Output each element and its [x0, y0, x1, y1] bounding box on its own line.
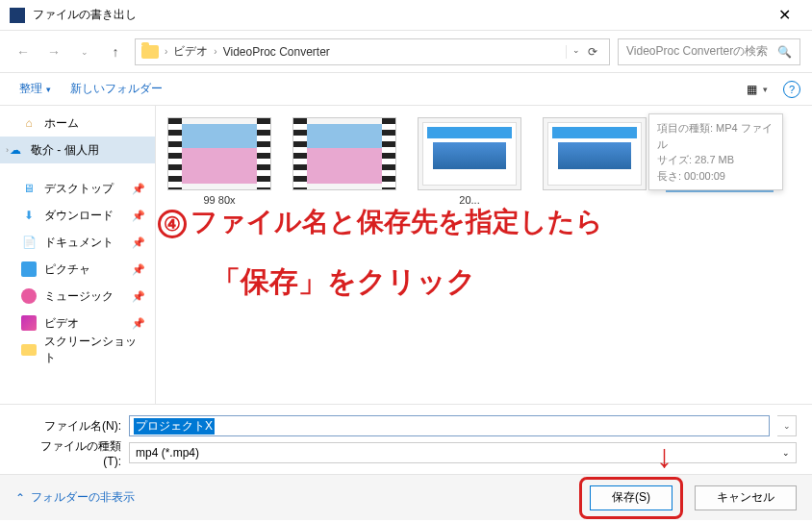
- filename-input[interactable]: プロジェクトX: [129, 415, 770, 436]
- sidebar-item-screenshots[interactable]: スクリーンショット: [0, 336, 155, 363]
- file-thumbnail[interactable]: [541, 117, 648, 206]
- close-icon[interactable]: ✕: [767, 2, 802, 28]
- cloud-icon: ☁: [8, 142, 23, 158]
- back-button[interactable]: ←: [12, 40, 35, 63]
- help-icon[interactable]: ?: [783, 81, 800, 98]
- footer: ⌃ フォルダーの非表示 保存(S) キャンセル: [0, 474, 812, 520]
- address-bar[interactable]: › ビデオ › VideoProc Converter ⌄ ⟳: [135, 38, 610, 65]
- document-icon: 📄: [21, 235, 37, 250]
- app-icon: [10, 8, 25, 23]
- sidebar: ⌂ ホーム › ☁ 敬介 - 個人用 🖥 デスクトップ 📌 ⬇ ダウンロード 📌…: [0, 106, 156, 404]
- music-icon: [21, 288, 37, 304]
- navbar: ← → ⌄ ↑ › ビデオ › VideoProc Converter ⌄ ⟳ …: [0, 31, 812, 73]
- filename-label: ファイル名(N):: [38, 418, 121, 435]
- chevron-right-icon: ›: [214, 46, 216, 57]
- files-area[interactable]: 99 80x 20... 項目の種類: MP4 ファイル サイズ: 28.7 M…: [156, 106, 812, 404]
- view-mode-button[interactable]: ▦: [744, 82, 759, 97]
- recent-dropdown[interactable]: ⌄: [73, 40, 96, 63]
- filetype-select[interactable]: mp4 (*.mp4) ⌄: [129, 442, 797, 463]
- sidebar-item-videos[interactable]: ビデオ 📌: [0, 310, 155, 336]
- folder-icon: [21, 344, 37, 356]
- path-segment[interactable]: ビデオ: [173, 43, 208, 60]
- dropdown-icon[interactable]: ⌄: [572, 45, 580, 59]
- toolbar: 整理 ▾ 新しいフォルダー ▦ ▾ ?: [0, 73, 812, 106]
- file-thumbnail[interactable]: 20...: [416, 117, 523, 206]
- picture-icon: [21, 261, 37, 277]
- annotation-arrow: ↓: [656, 437, 672, 475]
- chevron-down-icon: ⌄: [782, 448, 790, 458]
- sidebar-item-documents[interactable]: 📄 ドキュメント 📌: [0, 229, 155, 256]
- fields-area: ファイル名(N): プロジェクトX ⌄ ファイルの種類(T): mp4 (*.m…: [0, 404, 812, 474]
- thumbnail-image: [418, 117, 521, 190]
- path-segment[interactable]: VideoProc Converter: [223, 45, 330, 59]
- organize-button[interactable]: 整理 ▾: [12, 77, 59, 101]
- filetype-label: ファイルの種類(T):: [38, 438, 121, 468]
- pin-icon: 📌: [132, 210, 145, 222]
- pin-icon: 📌: [132, 317, 145, 330]
- chevron-right-icon: ›: [165, 46, 167, 57]
- thumbnail-image: [543, 117, 647, 190]
- cancel-button[interactable]: キャンセル: [695, 485, 797, 510]
- new-folder-button[interactable]: 新しいフォルダー: [63, 77, 170, 101]
- sidebar-item-personal[interactable]: › ☁ 敬介 - 個人用: [0, 137, 155, 163]
- titlebar: ファイルの書き出し ✕: [0, 0, 812, 31]
- filename-dropdown[interactable]: ⌄: [777, 415, 797, 436]
- sidebar-item-home[interactable]: ⌂ ホーム: [0, 110, 155, 137]
- save-button[interactable]: 保存(S): [590, 485, 672, 510]
- refresh-icon[interactable]: ⟳: [588, 45, 597, 59]
- search-icon: 🔍: [777, 45, 792, 59]
- folder-icon: [141, 45, 159, 59]
- window-title: ファイルの書き出し: [33, 7, 767, 23]
- save-button-highlight: 保存(S): [579, 477, 683, 519]
- desktop-icon: 🖥: [21, 181, 37, 196]
- thumbnail-image: [167, 117, 271, 190]
- forward-button[interactable]: →: [42, 40, 65, 63]
- up-button[interactable]: ↑: [104, 40, 127, 63]
- pin-icon: 📌: [132, 236, 145, 249]
- sidebar-item-desktop[interactable]: 🖥 デスクトップ 📌: [0, 175, 155, 202]
- chevron-right-icon[interactable]: ›: [6, 145, 9, 155]
- home-icon: ⌂: [21, 115, 37, 131]
- thumbnail-image: [292, 117, 396, 190]
- sidebar-item-music[interactable]: ミュージック 📌: [0, 283, 155, 310]
- chevron-up-icon: ⌃: [15, 491, 25, 505]
- sidebar-item-pictures[interactable]: ピクチャ 📌: [0, 256, 155, 283]
- search-placeholder: VideoProc Converterの検索: [626, 43, 768, 60]
- file-thumbnail[interactable]: [291, 117, 398, 206]
- pin-icon: 📌: [132, 183, 145, 195]
- pin-icon: 📌: [132, 263, 145, 276]
- file-thumbnail[interactable]: 99 80x: [165, 117, 273, 206]
- download-icon: ⬇: [21, 208, 37, 223]
- chevron-down-icon: ▾: [46, 85, 51, 94]
- pin-icon: 📌: [132, 290, 145, 303]
- hide-folders-button[interactable]: ⌃ フォルダーの非表示: [15, 489, 135, 506]
- chevron-down-icon[interactable]: ▾: [763, 85, 768, 94]
- sidebar-item-downloads[interactable]: ⬇ ダウンロード 📌: [0, 202, 155, 229]
- video-icon: [21, 315, 37, 331]
- search-input[interactable]: VideoProc Converterの検索 🔍: [618, 38, 800, 65]
- tooltip: 項目の種類: MP4 ファイル サイズ: 28.7 MB 長さ: 00:00:0…: [648, 113, 783, 190]
